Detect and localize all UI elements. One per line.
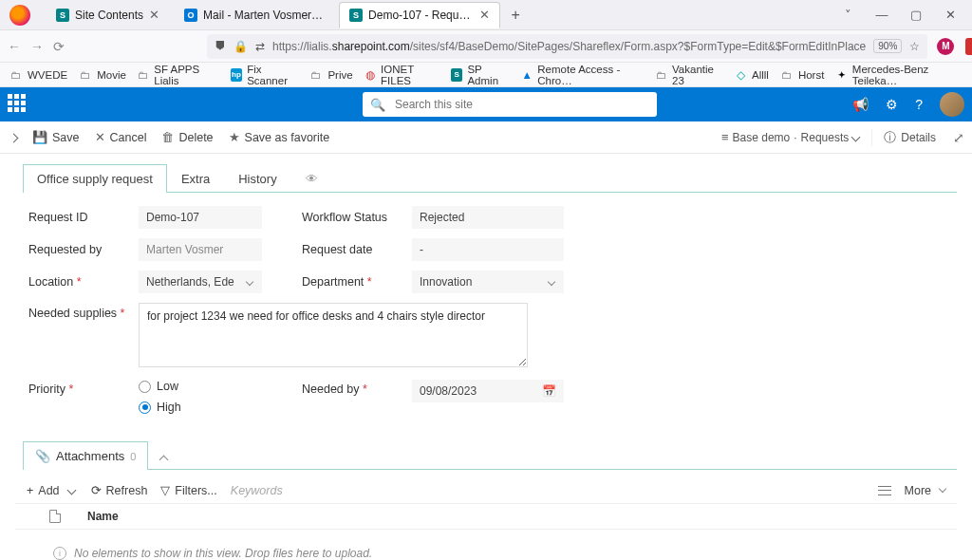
- profile-m-icon[interactable]: M: [937, 38, 954, 55]
- bookmark-folder[interactable]: 🗀Horst: [780, 68, 824, 82]
- plus-icon: +: [27, 484, 33, 497]
- attachments-tabs: 📎 Attachments 0: [23, 440, 957, 470]
- bookmark-link[interactable]: ▲Remote Access - Chro…: [521, 64, 645, 86]
- search-input[interactable]: [395, 98, 649, 111]
- forward-button-icon[interactable]: →: [30, 39, 44, 54]
- info-icon: ⓘ: [884, 129, 896, 146]
- save-button[interactable]: 💾Save: [25, 130, 87, 144]
- keywords-placeholder[interactable]: Keywords: [231, 484, 283, 497]
- field-request-date: -: [412, 238, 564, 261]
- expand-icon[interactable]: ⤢: [953, 130, 964, 145]
- tab-close-icon[interactable]: ✕: [479, 8, 490, 22]
- ublock-icon[interactable]: [965, 38, 972, 55]
- sharepoint-icon: S: [451, 68, 462, 82]
- label-request-date: Request date: [302, 243, 406, 256]
- folder-icon: 🗀: [79, 68, 92, 82]
- label-location: Location: [28, 275, 133, 289]
- refresh-button[interactable]: ⟳Refresh: [91, 483, 148, 497]
- bookmark-folder[interactable]: 🗀Vakantie 23: [656, 64, 722, 86]
- bookmark-link[interactable]: SSP Admin: [451, 64, 510, 86]
- zoom-badge[interactable]: 90%: [873, 39, 902, 53]
- attachments-count: 0: [130, 451, 136, 462]
- radio-checked-icon: [139, 401, 151, 414]
- field-location-select[interactable]: Netherlands, Ede: [139, 271, 262, 293]
- bookmark-link[interactable]: hpFix Scanner: [231, 64, 299, 86]
- suite-search[interactable]: 🔍: [363, 92, 657, 117]
- sharepoint-favicon-icon: S: [56, 9, 69, 22]
- folder-icon: 🗀: [309, 68, 323, 82]
- bookmark-link[interactable]: ◇Allll: [734, 68, 769, 82]
- attachments-grid-header: Name: [15, 503, 957, 530]
- tab-office-supply[interactable]: Office supply request: [23, 164, 167, 193]
- new-tab-button[interactable]: +: [504, 7, 527, 24]
- bookmark-star-icon[interactable]: ☆: [909, 40, 920, 53]
- window-close-icon[interactable]: ✕: [944, 8, 957, 22]
- bookmark-link[interactable]: ✦Mercedes-Benz Teileka…: [835, 64, 963, 86]
- megaphone-icon[interactable]: 📢: [852, 97, 869, 112]
- refresh-icon: ⟳: [91, 483, 102, 497]
- info-icon: i: [53, 547, 66, 560]
- bookmark-folder[interactable]: 🗀Movie: [79, 68, 126, 82]
- details-button[interactable]: ⓘ Details: [871, 129, 944, 146]
- bookmark-folder[interactable]: 🗀WVEDE: [9, 68, 67, 82]
- browser-tab-1[interactable]: S Site Contents ✕: [46, 2, 170, 28]
- field-department-select[interactable]: Innovation: [412, 271, 564, 293]
- view-options-icon[interactable]: [878, 486, 891, 495]
- field-needed-supplies[interactable]: [139, 303, 528, 367]
- bookmark-folder[interactable]: 🗀Prive: [309, 68, 352, 82]
- tracking-shield-icon[interactable]: ⛊: [215, 40, 226, 53]
- browser-tab-2[interactable]: O Mail - Marten Vosmer - Outlook: [174, 2, 335, 28]
- search-icon: 🔍: [370, 98, 385, 112]
- chevron-collapse-icon[interactable]: [8, 133, 17, 142]
- reload-button-icon[interactable]: ⟳: [53, 39, 65, 54]
- firefox-logo-icon: [9, 5, 30, 26]
- label-request-id: Request ID: [28, 211, 133, 224]
- tab-collapse[interactable]: [148, 446, 182, 470]
- bookmark-link[interactable]: ◍IONET FILES: [364, 64, 439, 86]
- save-favorite-button[interactable]: ★Save as favorite: [221, 130, 338, 144]
- calendar-icon: 📅: [542, 384, 556, 398]
- cancel-button[interactable]: ✕Cancel: [87, 130, 155, 144]
- delete-button[interactable]: 🗑Delete: [154, 130, 220, 144]
- paperclip-icon: 📎: [35, 449, 50, 463]
- app-launcher-icon[interactable]: [8, 94, 28, 115]
- tab-title: Mail - Marten Vosmer - Outlook: [203, 9, 325, 22]
- settings-gear-icon[interactable]: ⚙: [886, 97, 898, 112]
- address-bar-row: ← → ⟳ ⛊ 🔒 ⇄ https://lialis.sharepoint.co…: [0, 30, 972, 63]
- tab-close-icon[interactable]: ✕: [149, 8, 159, 22]
- close-icon: ✕: [95, 130, 105, 144]
- window-maximize-icon[interactable]: ▢: [909, 8, 923, 22]
- avatar[interactable]: [940, 92, 964, 117]
- breadcrumb[interactable]: ≡ Base demo· Requests: [721, 130, 862, 144]
- add-button[interactable]: +Add: [27, 484, 78, 497]
- bookmark-folder[interactable]: 🗀SF APPS Lialis: [138, 64, 219, 86]
- column-name[interactable]: Name: [87, 510, 119, 523]
- priority-high[interactable]: High: [139, 401, 262, 414]
- field-needed-by-date[interactable]: 09/08/2023📅: [412, 380, 564, 402]
- window-minimize-icon[interactable]: —: [875, 8, 888, 22]
- browser-tab-3[interactable]: S Demo-107 - Requests - Base de ✕: [339, 2, 500, 28]
- tab-attachments[interactable]: 📎 Attachments 0: [23, 441, 148, 470]
- tab-history[interactable]: History: [224, 164, 290, 193]
- filters-button[interactable]: ▽Filters...: [160, 483, 216, 497]
- tab-hidden[interactable]: 👁: [291, 164, 332, 193]
- sharepoint-favicon-icon: S: [349, 9, 363, 22]
- tab-extra[interactable]: Extra: [167, 164, 224, 193]
- field-request-id: Demo-107: [139, 206, 262, 229]
- chevron-down-icon: [68, 486, 78, 495]
- back-button-icon[interactable]: ←: [8, 39, 21, 54]
- label-needed-supplies: Needed supplies: [28, 303, 133, 320]
- priority-low[interactable]: Low: [139, 380, 262, 393]
- label-workflow-status: Workflow Status: [302, 211, 406, 224]
- azure-icon: ▲: [521, 68, 533, 82]
- label-department: Department: [302, 275, 406, 289]
- chevron-down-icon: [852, 133, 862, 142]
- help-icon[interactable]: ?: [915, 97, 923, 112]
- more-button[interactable]: More: [905, 484, 945, 497]
- lock-icon[interactable]: 🔒: [234, 40, 248, 53]
- attachments-empty-state[interactable]: i No elements to show in this view. Drop…: [15, 530, 957, 560]
- form-ribbon: 💾Save ✕Cancel 🗑Delete ★Save as favorite …: [0, 121, 972, 154]
- folder-icon: 🗀: [780, 68, 794, 82]
- address-field[interactable]: ⛊ 🔒 ⇄ https://lialis.sharepoint.com/site…: [207, 34, 927, 59]
- window-dropdown-icon[interactable]: ˅: [841, 8, 854, 22]
